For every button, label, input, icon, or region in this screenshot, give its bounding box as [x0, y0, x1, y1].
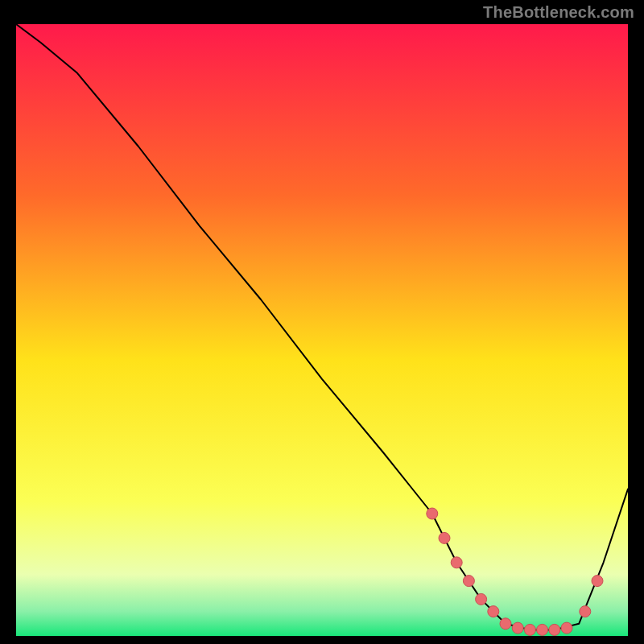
chart-svg: [16, 24, 628, 636]
data-marker: [592, 576, 603, 587]
data-marker: [500, 618, 511, 630]
data-marker: [549, 624, 560, 635]
data-marker: [524, 624, 535, 635]
plot-area: [16, 24, 628, 636]
gradient-bg: [16, 24, 628, 636]
chart-stage: TheBottleneck.com: [0, 0, 644, 644]
data-marker: [463, 576, 474, 587]
data-marker: [537, 624, 548, 635]
data-marker: [476, 593, 487, 605]
data-marker: [427, 508, 438, 519]
data-marker: [451, 557, 462, 568]
data-marker: [580, 606, 591, 617]
attribution-label: TheBottleneck.com: [483, 3, 634, 22]
data-marker: [561, 622, 572, 634]
data-marker: [488, 606, 499, 617]
data-marker: [439, 532, 450, 543]
data-marker: [512, 622, 523, 634]
